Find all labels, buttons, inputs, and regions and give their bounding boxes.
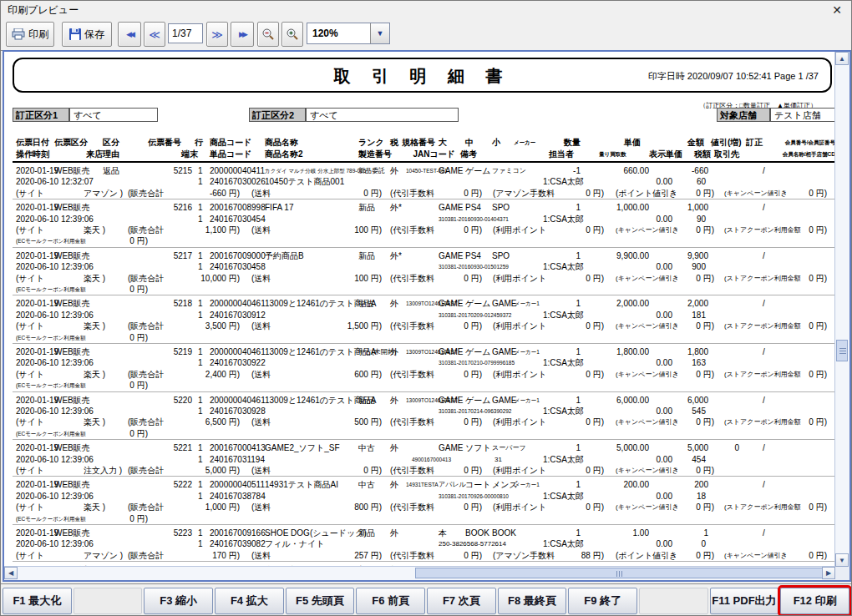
fn-button-f9[interactable]: F9 終了 bbox=[568, 588, 637, 614]
report-text: カクダイ マルチ分岐 分水上部型 789-015 bbox=[265, 166, 366, 176]
report-text: 1 bbox=[576, 480, 581, 490]
last-page-button[interactable]: ▶▶ bbox=[231, 22, 254, 47]
report-text: 200167000413 bbox=[210, 443, 266, 453]
table-header: 伝票日付伝票区分区分伝票番号行商品コード商品名称ランク税規格番号大中小メーカー数… bbox=[4, 138, 835, 163]
page-number-input[interactable] bbox=[168, 23, 203, 43]
report-text: BOOK bbox=[492, 528, 516, 538]
save-button[interactable]: 保存 bbox=[62, 22, 112, 47]
report-text: / bbox=[763, 251, 765, 261]
report-text: 1.00 bbox=[633, 528, 649, 538]
first-page-button[interactable]: ◀◀ bbox=[118, 22, 141, 47]
save-button-label: 保存 bbox=[84, 28, 104, 42]
scroll-down-icon[interactable]: ▼ bbox=[835, 553, 849, 567]
vertical-scrollbar[interactable]: ▲ ▼ bbox=[834, 52, 849, 567]
report-text: 1,000.00 bbox=[616, 203, 649, 213]
report-text: 240167039082 bbox=[210, 539, 266, 549]
zoom-level-combo[interactable]: 120% ▼ bbox=[307, 23, 390, 44]
fn-button-f8[interactable]: F8 最終頁 bbox=[498, 588, 567, 614]
report-text: アマゾン ) bbox=[84, 189, 123, 199]
report-text: メーカー bbox=[514, 138, 535, 148]
report-text: 545 bbox=[692, 406, 706, 417]
report-text: 1:CSA太郎 bbox=[543, 492, 584, 502]
report-text: 数量 bbox=[564, 138, 581, 148]
report-text: 6,500 円) bbox=[205, 417, 240, 427]
report-text: (サイト bbox=[16, 274, 44, 284]
first-page-icon: ◀◀ bbox=[126, 30, 133, 38]
report-text: 外 bbox=[390, 347, 398, 357]
report-text: (サイト bbox=[16, 225, 44, 235]
report-text: 240167030928 bbox=[210, 406, 266, 417]
report-text: 18 bbox=[697, 492, 706, 502]
report-text: 10,000 円) bbox=[200, 274, 240, 284]
close-icon[interactable]: ✕ bbox=[829, 3, 844, 18]
fn-button-f11[interactable]: F11 PDF出力 bbox=[710, 588, 779, 614]
row-separator bbox=[13, 524, 835, 525]
fn-button-f6[interactable]: F6 前頁 bbox=[356, 588, 425, 614]
scroll-left-icon[interactable]: ◀ bbox=[4, 567, 18, 579]
report-text: ランク bbox=[358, 138, 384, 148]
report-text: 0 円) bbox=[464, 274, 482, 284]
scroll-right-icon[interactable]: ▶ bbox=[822, 567, 835, 579]
report-text: 310381-20170210-0799996185 bbox=[439, 358, 515, 368]
report-text: 小 bbox=[492, 138, 500, 148]
vertical-scroll-thumb[interactable] bbox=[836, 340, 848, 361]
fn-button-f7[interactable]: F7 次頁 bbox=[427, 588, 496, 614]
next-page-button[interactable]: ≫ bbox=[206, 22, 228, 47]
fn-button-f1[interactable]: F1 最大化 bbox=[3, 588, 72, 614]
report-text: 単価 bbox=[624, 138, 641, 148]
report-text: 1:CSA太郎 bbox=[543, 215, 584, 225]
report-text: 量り買取数 bbox=[599, 149, 626, 159]
fn-button-f12[interactable]: F12 印刷 bbox=[780, 588, 849, 614]
report-text: 0 bbox=[701, 539, 706, 549]
report-text: WEB販売 bbox=[54, 396, 90, 406]
report-text: 900 bbox=[692, 262, 706, 272]
report-text: 1,800 bbox=[687, 347, 708, 357]
report-text: 0 円) bbox=[586, 321, 604, 331]
report-text: 1 bbox=[198, 443, 203, 453]
report-text: メーカー1 bbox=[515, 480, 540, 490]
report-text: 1 bbox=[198, 406, 203, 417]
report-text: 2020-06-10 12:39:06 bbox=[16, 358, 94, 368]
report-text: 1 bbox=[198, 311, 203, 321]
report-text: 0 円) bbox=[696, 274, 714, 284]
report-text: (ストアクーポン利用金額 bbox=[724, 370, 801, 380]
report-text: PS4 bbox=[465, 203, 481, 213]
zoom-in-button[interactable] bbox=[281, 22, 303, 47]
report-text: (販売合計 bbox=[128, 551, 164, 561]
report-text: 1 bbox=[198, 177, 203, 187]
chevron-down-icon[interactable]: ▼ bbox=[370, 23, 389, 43]
zoom-in-icon bbox=[286, 28, 299, 41]
prev-page-button[interactable]: ≪ bbox=[144, 22, 165, 47]
report-text: (代引手数料 bbox=[390, 225, 434, 235]
print-button[interactable]: 印刷 bbox=[6, 22, 54, 47]
report-text: 外 bbox=[390, 528, 398, 538]
report-text: (ストアクーポン利用金額 bbox=[724, 417, 801, 427]
filter-value-teisei2: すべて bbox=[306, 108, 459, 122]
horizontal-scrollbar[interactable]: ◀ ▶ bbox=[4, 566, 835, 580]
report-text: 1 bbox=[576, 203, 581, 213]
report-text: / bbox=[763, 347, 765, 357]
report-text: (販売合計 bbox=[128, 417, 164, 427]
report-text: GAME bbox=[439, 347, 463, 357]
fn-button-blank-9 bbox=[639, 588, 708, 614]
report-text: SPO bbox=[492, 203, 510, 213]
report-text: ゲーム bbox=[465, 396, 490, 406]
report-text: 新品委託 bbox=[358, 166, 385, 176]
report-text: (ECモールクーポン利用金額 bbox=[16, 285, 85, 295]
fn-button-f5[interactable]: F5 先頭頁 bbox=[286, 588, 355, 614]
report-text: FIFA 17 bbox=[265, 203, 293, 213]
report-text: 2020-01-19 bbox=[16, 347, 58, 357]
horizontal-scroll-thumb[interactable] bbox=[415, 568, 824, 578]
report-text: 外* bbox=[390, 251, 402, 261]
zoom-out-button[interactable] bbox=[257, 22, 279, 47]
report-text: 備考 bbox=[460, 149, 477, 159]
report-text: 5220 bbox=[174, 396, 192, 406]
fn-button-f3[interactable]: F3 縮小 bbox=[144, 588, 213, 614]
thumb-grip bbox=[621, 571, 622, 577]
scroll-up-icon[interactable]: ▲ bbox=[835, 52, 849, 65]
zoom-out-icon bbox=[261, 28, 275, 41]
report-text: 来店理由 bbox=[86, 149, 119, 159]
report-text: 0 円) bbox=[586, 189, 604, 199]
fn-button-f4[interactable]: F4 拡大 bbox=[215, 588, 284, 614]
report-text: 0 円) bbox=[464, 321, 482, 331]
